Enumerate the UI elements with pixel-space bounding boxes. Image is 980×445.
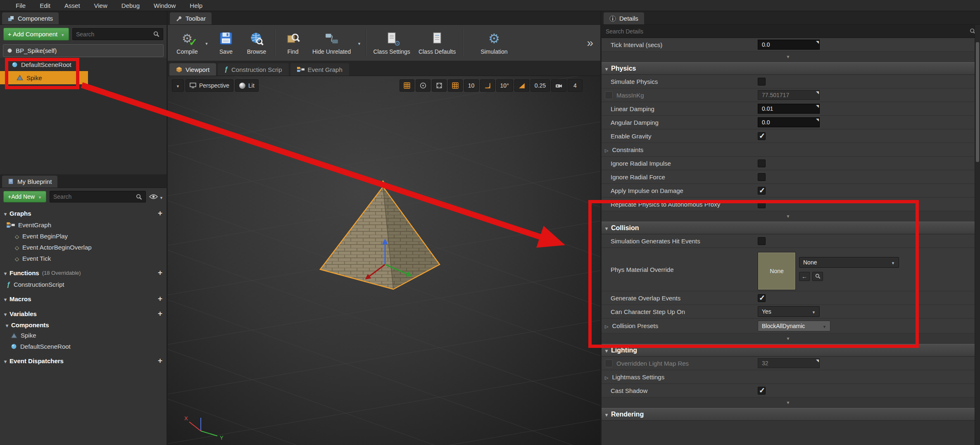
tab-components[interactable]: Components bbox=[2, 12, 59, 24]
simulate-physics-checkbox[interactable] bbox=[758, 78, 766, 86]
angular-damping-input[interactable]: 0.0 bbox=[758, 117, 820, 127]
variables-header[interactable]: Variables bbox=[0, 307, 167, 320]
class-defaults-button[interactable]: Class Defaults bbox=[414, 26, 460, 60]
tab-details[interactable]: Details bbox=[604, 12, 644, 24]
tab-event-graph[interactable]: Event Graph bbox=[290, 63, 349, 76]
light-map-override-checkbox[interactable] bbox=[605, 359, 613, 367]
section-physics[interactable]: Physics bbox=[602, 62, 975, 75]
add-new-button[interactable]: +Add New bbox=[3, 191, 46, 202]
grid-snap-value[interactable]: 10 bbox=[464, 79, 479, 92]
cast-shadow-checkbox[interactable] bbox=[758, 387, 766, 395]
advanced-expander[interactable] bbox=[602, 52, 975, 62]
grid-snap-toggle[interactable] bbox=[448, 79, 463, 92]
add-variable-button[interactable] bbox=[158, 309, 162, 318]
menu-view[interactable]: View bbox=[94, 2, 107, 9]
event-dispatchers-header[interactable]: Event Dispatchers bbox=[0, 355, 167, 367]
tab-toolbar[interactable]: Toolbar bbox=[170, 12, 212, 24]
surface-snap-button[interactable] bbox=[400, 79, 414, 92]
class-settings-button[interactable]: ⚙ Class Settings bbox=[369, 26, 414, 60]
scrollbar-thumb[interactable] bbox=[976, 42, 979, 162]
rotation-snap-toggle[interactable] bbox=[480, 79, 495, 92]
generate-overlap-checkbox[interactable] bbox=[758, 294, 766, 302]
phys-material-dropdown[interactable]: None bbox=[799, 257, 899, 268]
blueprint-self-row[interactable]: BP_Spike(self) bbox=[3, 44, 164, 57]
massinkg-override-checkbox[interactable] bbox=[605, 91, 613, 99]
macros-header[interactable]: Macros bbox=[0, 293, 167, 305]
viewport-3d[interactable]: Perspective Lit 10 10° bbox=[168, 76, 602, 445]
list-item-eventgraph[interactable]: EventGraph bbox=[0, 219, 167, 231]
find-button[interactable]: Find bbox=[278, 26, 308, 60]
details-search[interactable] bbox=[602, 25, 980, 38]
add-dispatcher-button[interactable] bbox=[158, 356, 162, 365]
add-function-button[interactable] bbox=[158, 268, 162, 277]
tab-viewport[interactable]: Viewport bbox=[169, 63, 216, 76]
list-item-defaultsceneroot-variable[interactable]: DefaultSceneRoot bbox=[0, 341, 167, 352]
list-item-event-actorbeginoverlap[interactable]: Event ActorBeginOverlap bbox=[0, 242, 167, 253]
use-selected-asset-button[interactable]: ← bbox=[799, 272, 810, 281]
viewport-options-dropdown[interactable] bbox=[172, 79, 184, 92]
ignore-radial-impulse-checkbox[interactable] bbox=[758, 159, 766, 167]
camera-speed-button[interactable] bbox=[551, 79, 566, 92]
save-button[interactable]: Save bbox=[211, 26, 241, 60]
add-macro-button[interactable] bbox=[158, 294, 162, 303]
ignore-radial-force-checkbox[interactable] bbox=[758, 173, 766, 181]
hide-unrelated-options-dropdown[interactable] bbox=[355, 26, 363, 60]
list-item-spike-variable[interactable]: Spike bbox=[0, 330, 167, 341]
tree-item-spike[interactable]: Spike bbox=[0, 71, 88, 84]
menu-debug[interactable]: Debug bbox=[121, 2, 140, 9]
expander-icon[interactable] bbox=[605, 374, 608, 381]
my-blueprint-search[interactable] bbox=[50, 191, 146, 202]
list-item-constructionscript[interactable]: ƒ ConstructionScript bbox=[0, 279, 167, 290]
expander-icon[interactable] bbox=[6, 61, 8, 68]
menu-file[interactable]: File bbox=[16, 2, 26, 9]
tick-interval-input[interactable]: 0.0 bbox=[758, 40, 820, 50]
browse-button[interactable]: Browse bbox=[241, 26, 272, 60]
menu-edit[interactable]: Edit bbox=[40, 2, 50, 9]
maximize-button[interactable] bbox=[432, 79, 447, 92]
components-search[interactable] bbox=[72, 28, 163, 40]
visibility-filter-button[interactable] bbox=[149, 193, 163, 200]
advanced-expander[interactable] bbox=[602, 211, 975, 221]
section-lighting[interactable]: Lighting bbox=[602, 344, 975, 357]
components-search-input[interactable] bbox=[76, 31, 151, 38]
lit-mode-dropdown[interactable]: Lit bbox=[235, 79, 259, 92]
hide-unrelated-button[interactable]: Hide Unrelated bbox=[308, 26, 355, 60]
prop-constraints[interactable]: Constraints bbox=[602, 143, 975, 157]
section-collision[interactable]: Collision bbox=[602, 221, 975, 234]
sim-hit-events-checkbox[interactable] bbox=[758, 237, 766, 245]
compile-options-dropdown[interactable] bbox=[202, 26, 211, 60]
enable-gravity-checkbox[interactable] bbox=[758, 132, 766, 140]
details-scrollbar[interactable] bbox=[975, 25, 980, 445]
my-blueprint-search-input[interactable] bbox=[53, 193, 133, 200]
simulation-button[interactable]: ⚙ Simulation bbox=[476, 26, 511, 60]
toolbar-overflow-chevron[interactable] bbox=[587, 36, 597, 50]
menu-help[interactable]: Help bbox=[190, 2, 202, 9]
menu-window[interactable]: Window bbox=[154, 2, 176, 9]
advanced-expander[interactable] bbox=[602, 333, 975, 344]
list-item-event-tick[interactable]: Event Tick bbox=[0, 253, 167, 264]
advanced-expander[interactable] bbox=[602, 397, 975, 408]
functions-header[interactable]: Functions (18 Overridable) bbox=[0, 267, 167, 279]
replicate-physics-checkbox[interactable] bbox=[758, 200, 766, 208]
scale-snap-value[interactable]: 0.25 bbox=[530, 79, 550, 92]
apply-impulse-checkbox[interactable] bbox=[758, 187, 766, 195]
orbit-snap-button[interactable] bbox=[416, 79, 431, 92]
browse-asset-button[interactable] bbox=[812, 272, 823, 281]
variables-components-group[interactable]: Components bbox=[0, 320, 167, 330]
tab-construction-script[interactable]: ƒ Construction Scrip bbox=[218, 63, 288, 76]
rotation-snap-value[interactable]: 10° bbox=[496, 79, 513, 92]
collision-presets-dropdown[interactable]: BlockAllDynamic bbox=[758, 321, 830, 331]
compile-button[interactable]: ⚙ ✓ Compile bbox=[172, 26, 202, 60]
scale-snap-toggle[interactable] bbox=[514, 79, 529, 92]
list-item-event-beginplay[interactable]: Event BeginPlay bbox=[0, 231, 167, 242]
add-graph-button[interactable] bbox=[158, 209, 162, 218]
linear-damping-input[interactable]: 0.01 bbox=[758, 104, 820, 114]
section-rendering[interactable]: Rendering bbox=[602, 408, 975, 421]
expander-icon[interactable] bbox=[605, 146, 608, 153]
spike-mesh[interactable] bbox=[320, 180, 440, 289]
step-up-dropdown[interactable]: Yes bbox=[758, 306, 820, 317]
menu-asset[interactable]: Asset bbox=[64, 2, 80, 9]
expander-icon[interactable] bbox=[605, 322, 608, 329]
phys-material-thumbnail[interactable]: None bbox=[758, 252, 796, 290]
perspective-dropdown[interactable]: Perspective bbox=[186, 79, 233, 92]
